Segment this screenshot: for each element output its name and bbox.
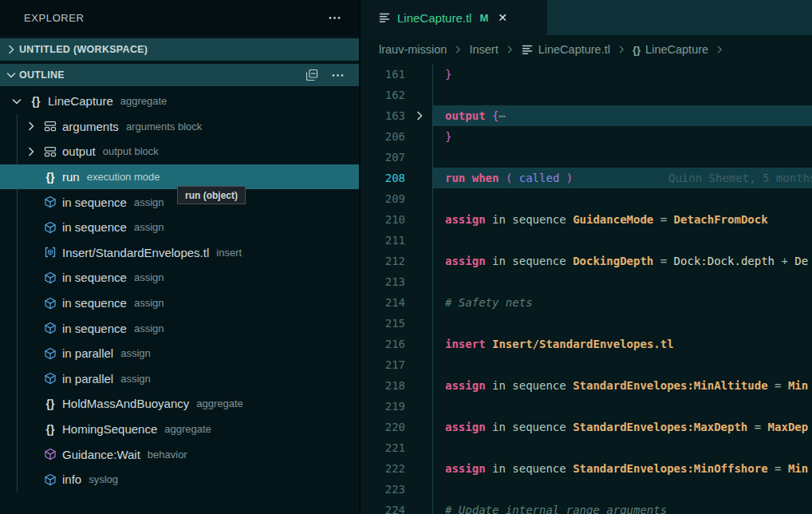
tab-linecapture[interactable]: LineCapture.tl M ✕ xyxy=(367,0,547,35)
section-untitled-workspace[interactable]: UNTITLED (WORKSPACE) xyxy=(0,38,359,61)
code-line-224[interactable]: 224# Update internal range arguments xyxy=(361,500,812,514)
code-line-219[interactable]: 219 xyxy=(361,396,812,417)
code-line-216[interactable]: 216insert Insert/StandardEnvelopes.tl xyxy=(361,334,812,354)
line-number: 209 xyxy=(361,188,405,209)
code-line-210[interactable]: 210assign in sequence GuidanceMode = Det… xyxy=(361,209,812,230)
fold-chevron-icon[interactable] xyxy=(410,105,429,126)
outline-item-label: HomingSequence xyxy=(62,422,157,436)
symbol-cube-icon xyxy=(40,372,61,385)
outline-item-label: in sequence xyxy=(62,296,127,310)
code-line-212[interactable]: 212assign in sequence DockingDepth = Doc… xyxy=(361,251,812,271)
code-line-text: assign in sequence StandardEnvelopes:Max… xyxy=(432,417,812,437)
code-line-213[interactable]: 213 xyxy=(361,271,812,292)
chevron-right-icon[interactable] xyxy=(22,120,40,132)
code-line-222[interactable]: 222assign in sequence StandardEnvelopes:… xyxy=(361,458,812,479)
code-line-217[interactable]: 217 xyxy=(361,354,812,375)
line-number: 206 xyxy=(361,126,405,147)
outline-item-guidance-wait[interactable]: Guidance:Waitbehavior xyxy=(0,441,359,467)
breadcrumb: lrauv-missionInsertLineCapture.tl{}LineC… xyxy=(361,35,812,64)
code-line-162[interactable]: 162 xyxy=(361,85,812,105)
explorer-sidebar: EXPLORER UNTITLED (WORKSPACE) OUTLINE {}… xyxy=(0,0,359,514)
outline-item-in-sequence[interactable]: in sequenceassign xyxy=(0,265,359,291)
line-number: 212 xyxy=(361,251,405,271)
outline-item-description: execution mode xyxy=(87,171,160,183)
outline-item-label: Insert/StandardEnvelopes.tl xyxy=(62,246,209,259)
code-line-220[interactable]: 220assign in sequence StandardEnvelopes:… xyxy=(361,417,812,437)
breadcrumb-item-lrauv-mission[interactable]: lrauv-mission xyxy=(379,43,447,56)
code-line-211[interactable]: 211 xyxy=(361,230,812,251)
outline-item-output[interactable]: outputoutput block xyxy=(0,139,359,164)
code-editor[interactable]: 161}162163output {⋯206}207208run when ( … xyxy=(361,64,812,514)
code-line-208[interactable]: 208run when ( called )Quinn Shemet, 5 mo… xyxy=(361,168,812,188)
outline-item-linecapture[interactable]: {}LineCaptureaggregate xyxy=(0,89,359,114)
breadcrumb-item-linecapture[interactable]: {}LineCapture xyxy=(633,43,708,56)
chevron-right-icon[interactable] xyxy=(22,145,40,158)
outline-item-description: assign xyxy=(134,322,164,334)
close-icon[interactable]: ✕ xyxy=(498,11,507,24)
outline-item-homingsequence[interactable]: {}HomingSequenceaggregate xyxy=(0,417,359,442)
outline-item-description: assign xyxy=(134,271,164,283)
code-line-215[interactable]: 215 xyxy=(361,313,812,334)
symbol-cube-icon xyxy=(40,347,61,360)
git-blame-annotation: Quinn Shemet, 5 months ago xyxy=(668,168,812,188)
outline-item-info[interactable]: infosyslog xyxy=(0,467,359,492)
code-line-text xyxy=(432,271,812,292)
indent-guide xyxy=(432,64,433,514)
outline-item-in-parallel[interactable]: in parallelassign xyxy=(0,366,359,392)
symbol-object-icon: {} xyxy=(40,397,61,410)
outline-item-in-sequence[interactable]: in sequenceassign xyxy=(0,291,359,316)
chevron-right-icon xyxy=(504,44,515,55)
code-line-223[interactable]: 223 xyxy=(361,479,812,500)
code-line-207[interactable]: 207 xyxy=(361,147,812,168)
line-number: 161 xyxy=(361,64,405,85)
line-number: 210 xyxy=(361,209,405,230)
code-line-text xyxy=(432,437,812,458)
line-number: 218 xyxy=(361,375,405,396)
outline-item-holdmassandbuoyancy[interactable]: {}HoldMassAndBuoyancyaggregate xyxy=(0,391,359,417)
more-actions-icon[interactable] xyxy=(325,9,343,26)
line-number: 211 xyxy=(361,230,405,251)
outline-item-in-sequence[interactable]: in sequenceassign xyxy=(0,315,359,341)
breadcrumb-item-insert[interactable]: Insert xyxy=(469,43,498,56)
outline-item-insert-standardenvelopes-tl[interactable]: Insert/StandardEnvelopes.tlinsert xyxy=(0,240,359,266)
symbol-object-icon: {} xyxy=(40,171,61,184)
code-line-text: } xyxy=(432,64,812,85)
section-outline[interactable]: OUTLINE xyxy=(0,64,359,86)
code-line-206[interactable]: 206} xyxy=(361,126,812,147)
code-line-161[interactable]: 161} xyxy=(361,64,812,85)
outline-item-description: insert xyxy=(216,247,242,259)
outline-item-arguments[interactable]: argumentsarguments block xyxy=(0,114,359,140)
code-line-214[interactable]: 214# Safety nets xyxy=(361,292,812,313)
chevron-down-icon[interactable] xyxy=(8,95,26,108)
line-number: 216 xyxy=(361,334,405,354)
explorer-title: EXPLORER xyxy=(24,12,85,24)
code-line-221[interactable]: 221 xyxy=(361,437,812,458)
line-number: 223 xyxy=(361,479,405,500)
explorer-title-row: EXPLORER xyxy=(0,0,359,35)
breadcrumb-item-linecapture-tl[interactable]: LineCapture.tl xyxy=(521,43,610,56)
code-line-218[interactable]: 218assign in sequence StandardEnvelopes:… xyxy=(361,375,812,396)
chevron-right-icon xyxy=(714,44,725,55)
outline-item-label: Guidance:Wait xyxy=(62,448,140,461)
outline-item-description: assign xyxy=(120,347,151,359)
code-line-text: assign in sequence StandardEnvelopes:Min… xyxy=(432,375,812,396)
code-line-text: # Update internal range arguments xyxy=(432,500,812,514)
symbol-cube-icon xyxy=(40,221,61,234)
symbol-cube-icon xyxy=(40,196,61,208)
file-list-icon xyxy=(378,11,391,24)
breadcrumb-label: Insert xyxy=(469,43,498,56)
code-line-163[interactable]: 163output {⋯ xyxy=(361,105,812,126)
more-actions-icon[interactable] xyxy=(329,66,346,84)
outline-item-description: behavior xyxy=(148,449,187,461)
code-line-text xyxy=(432,396,812,417)
outline-item-in-sequence[interactable]: in sequenceassign xyxy=(0,215,359,240)
outline-item-label: info xyxy=(62,472,81,486)
collapse-all-icon[interactable] xyxy=(303,66,321,84)
outline-item-label: LineCapture xyxy=(48,94,113,108)
code-line-text xyxy=(432,354,812,375)
outline-item-in-parallel[interactable]: in parallelassign xyxy=(0,341,359,366)
line-number: 163 xyxy=(361,105,405,126)
code-line-209[interactable]: 209 xyxy=(361,188,812,209)
line-number: 215 xyxy=(361,313,405,334)
code-line-text xyxy=(432,479,812,500)
